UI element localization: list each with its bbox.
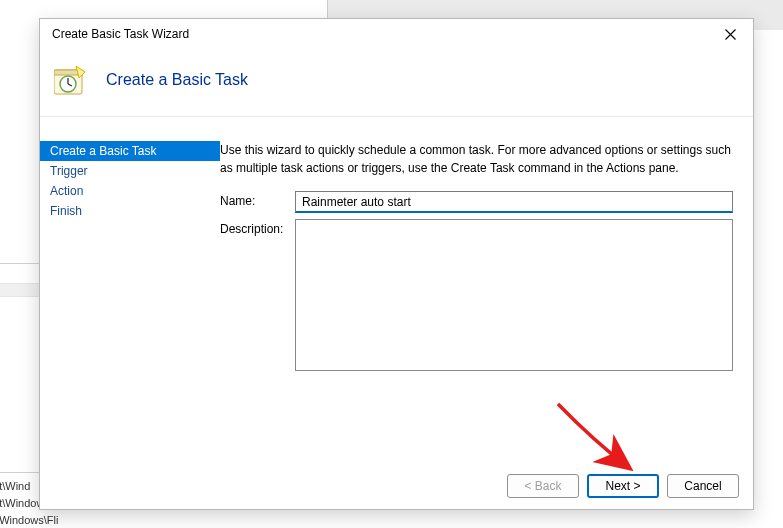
header-separator: [40, 116, 753, 117]
task-clock-icon: [54, 64, 86, 96]
wizard-header: Create a Basic Task: [40, 49, 753, 116]
back-button: < Back: [507, 474, 579, 498]
wizard-intro-text: Use this wizard to quickly schedule a co…: [220, 141, 733, 177]
name-input[interactable]: [295, 191, 733, 213]
name-label: Name:: [220, 191, 295, 208]
close-icon: [725, 29, 736, 40]
close-button[interactable]: [708, 19, 753, 49]
wizard-dialog: Create Basic Task Wizard Create a Basic …: [39, 18, 754, 510]
step-action[interactable]: Action: [40, 181, 220, 201]
wizard-footer: < Back Next > Cancel: [40, 463, 753, 509]
step-create-basic-task[interactable]: Create a Basic Task: [40, 141, 220, 161]
bg-path-text: ft\Windows\Fli: [0, 514, 58, 526]
title-bar: Create Basic Task Wizard: [40, 19, 753, 49]
next-button[interactable]: Next >: [587, 474, 659, 498]
wizard-steps: Create a Basic Task Trigger Action Finis…: [40, 137, 220, 461]
cancel-button[interactable]: Cancel: [667, 474, 739, 498]
wizard-header-title: Create a Basic Task: [106, 71, 248, 89]
bg-path-text: oft\Wind: [0, 480, 30, 492]
description-label: Description:: [220, 219, 295, 236]
description-input[interactable]: [295, 219, 733, 371]
step-trigger[interactable]: Trigger: [40, 161, 220, 181]
dialog-title: Create Basic Task Wizard: [52, 27, 189, 41]
step-finish[interactable]: Finish: [40, 201, 220, 221]
wizard-main-panel: Use this wizard to quickly schedule a co…: [220, 137, 753, 461]
